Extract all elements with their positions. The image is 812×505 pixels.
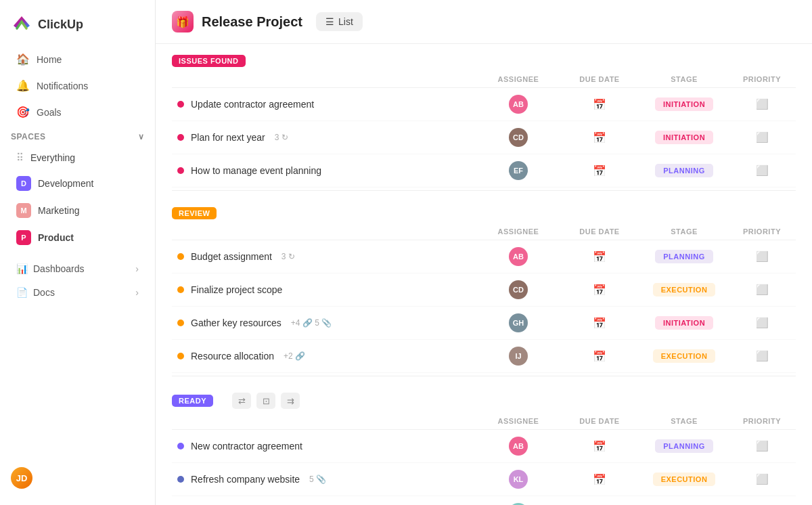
user-area[interactable]: JD	[0, 459, 155, 497]
page-title: Release Project	[202, 14, 302, 30]
col-stage-1: STAGE	[640, 75, 728, 83]
home-icon: 🏠	[16, 53, 30, 66]
assignee-cell: AB	[478, 247, 559, 266]
sidebar-item-everything[interactable]: ⠿ Everything	[5, 146, 150, 169]
avatar: CD	[509, 280, 528, 299]
spaces-chevron-icon[interactable]: ∨	[138, 132, 145, 141]
docs-left: 📄 Docs	[16, 287, 55, 298]
assignee-cell: IJ	[478, 347, 559, 366]
duedate-cell: 📅	[559, 317, 640, 330]
col-duedate-2: DUE DATE	[559, 227, 640, 236]
stage-badge: PLANNING	[655, 250, 713, 263]
col-priority-3: PRIORITY	[728, 417, 796, 425]
priority-cell: ⬜	[728, 98, 796, 110]
toolbar-btn-3[interactable]: ⇉	[281, 393, 300, 409]
duedate-cell: 📅	[559, 440, 640, 453]
spaces-section-header: Spaces ∨	[0, 125, 155, 146]
dashboards-left: 📊 Dashboards	[16, 263, 85, 274]
stage-badge: EXECUTION	[653, 283, 716, 297]
section-divider	[172, 376, 796, 376]
table-row[interactable]: Update contractor agreement AB 📅 INITIAT…	[172, 88, 796, 121]
task-name: New contractor agreement	[191, 441, 302, 452]
review-col-headers: ASSIGNEE DUE DATE STAGE PRIORITY	[172, 225, 796, 240]
task-name-cell: How to manage event planning	[172, 165, 478, 176]
assignee-cell: EF	[478, 161, 559, 180]
stage-cell: PLANNING	[640, 250, 728, 263]
spaces-label: Spaces	[11, 132, 45, 141]
sidebar-item-development[interactable]: D Development	[5, 171, 150, 196]
project-icon: 🎁	[172, 11, 194, 32]
toolbar-btn-2[interactable]: ⊡	[256, 393, 275, 409]
table-row[interactable]: New contractor agreement AB 📅 PLANNING ⬜	[172, 430, 796, 463]
duedate-cell: 📅	[559, 350, 640, 363]
task-dot	[177, 443, 184, 449]
table-row[interactable]: Resource allocation +2 🔗 IJ 📅 EXECUTION …	[172, 340, 796, 373]
col-assignee-1: ASSIGNEE	[478, 75, 559, 83]
task-name: Gather key resources	[191, 317, 281, 328]
avatar: GH	[509, 313, 528, 332]
sidebar-item-home[interactable]: 🏠 Home	[5, 47, 150, 72]
task-name-cell: Plan for next year 3 ↻	[172, 132, 478, 143]
issues-header-row: ISSUES FOUND	[172, 44, 796, 72]
task-name: Update contractor agreement	[191, 99, 314, 110]
task-dot	[177, 320, 184, 326]
avatar: KL	[509, 470, 528, 489]
list-view-tab[interactable]: ☰ List	[316, 12, 363, 31]
sidebar-item-dashboards[interactable]: 📊 Dashboards ›	[5, 257, 150, 280]
grid-icon: ⠿	[16, 152, 24, 164]
ready-col-headers: ASSIGNEE DUE DATE STAGE PRIORITY	[172, 414, 796, 430]
task-name-cell: Refresh company website 5 📎	[172, 474, 478, 485]
docs-chevron-icon: ›	[135, 287, 139, 298]
table-row[interactable]: Plan for next year 3 ↻ CD 📅 INITIATION ⬜	[172, 121, 796, 154]
stage-badge: EXECUTION	[653, 349, 716, 363]
toolbar-btn-1[interactable]: ⇄	[232, 393, 251, 409]
logo-area: ClickUp	[0, 8, 155, 46]
avatar: AB	[509, 95, 528, 114]
sidebar-item-marketing[interactable]: M Marketing	[5, 198, 150, 223]
task-meta: 5 📎	[309, 475, 326, 484]
priority-icon: ⬜	[756, 317, 769, 329]
table-row[interactable]: Refresh company website 5 📎 KL 📅 EXECUTI…	[172, 463, 796, 496]
assignee-cell: AB	[478, 437, 559, 456]
stage-badge: PLANNING	[655, 164, 713, 177]
assignee-cell: CD	[478, 280, 559, 299]
duedate-cell: 📅	[559, 473, 640, 486]
table-row[interactable]: Finalize project scope CD 📅 EXECUTION ⬜	[172, 273, 796, 307]
dashboards-icon: 📊	[16, 263, 28, 274]
col-stage-3: STAGE	[640, 417, 728, 425]
task-dot	[177, 476, 184, 483]
priority-icon: ⬜	[756, 250, 769, 263]
task-meta: 3 ↻	[275, 133, 288, 142]
ready-header-row: READY ⇄ ⊡ ⇉	[172, 382, 796, 414]
page-header: 🎁 Release Project ☰ List	[156, 0, 812, 44]
table-row[interactable]: How to manage event planning EF 📅 PLANNI…	[172, 154, 796, 188]
stage-cell: EXECUTION	[640, 349, 728, 363]
sidebar-item-docs[interactable]: 📄 Docs ›	[5, 281, 150, 304]
stage-cell: INITIATION	[640, 131, 728, 144]
avatar: IJ	[509, 347, 528, 366]
sidebar: ClickUp 🏠 Home 🔔 Notifications 🎯 Goals S…	[0, 0, 156, 505]
table-row[interactable]: Gather key resources +4 🔗 5 📎 GH 📅 INITI…	[172, 307, 796, 340]
priority-cell: ⬜	[728, 317, 796, 329]
duedate-cell: 📅	[559, 131, 640, 144]
sidebar-item-notifications[interactable]: 🔔 Notifications	[5, 73, 150, 98]
sidebar-item-product[interactable]: P Product	[5, 225, 150, 250]
issues-col-headers: ASSIGNEE DUE DATE STAGE PRIORITY	[172, 72, 796, 88]
sidebar-item-goals[interactable]: 🎯 Goals	[5, 100, 150, 125]
table-row[interactable]: Update key objectives 5 📎 MN 📅 EXECUTION…	[172, 496, 796, 505]
assignee-cell: CD	[478, 128, 559, 147]
priority-icon: ⬜	[756, 350, 769, 362]
task-name: Finalize project scope	[191, 284, 282, 295]
task-name-cell: Budget assignment 3 ↻	[172, 251, 478, 262]
col-priority-1: PRIORITY	[728, 75, 796, 83]
table-row[interactable]: Budget assignment 3 ↻ AB 📅 PLANNING ⬜	[172, 240, 796, 273]
priority-icon: ⬜	[756, 164, 769, 177]
task-dot	[177, 353, 184, 359]
col-task	[172, 227, 478, 236]
stage-cell: PLANNING	[640, 439, 728, 453]
logo-text: ClickUp	[38, 18, 83, 32]
col-task	[172, 417, 478, 425]
docs-icon: 📄	[16, 287, 28, 298]
avatar: CD	[509, 128, 528, 147]
priority-cell: ⬜	[728, 473, 796, 485]
